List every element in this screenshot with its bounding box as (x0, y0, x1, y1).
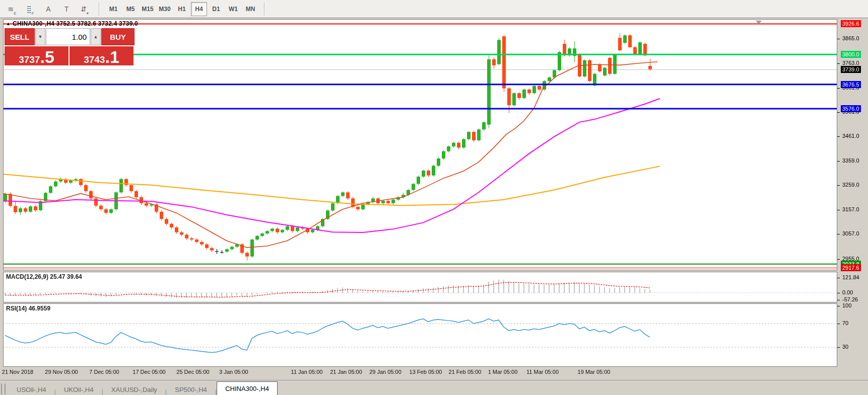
date-tick-label: 13 Feb 05:00 (410, 369, 442, 375)
rsi-tick-label: 100 (842, 302, 851, 308)
date-tick-label: 7 Dec 05:00 (89, 369, 119, 375)
date-tick-label: 29 Jan 05:00 (369, 369, 402, 375)
rsi-tick-label: 70 (842, 320, 848, 326)
sell-button[interactable]: SELL (5, 28, 35, 45)
buy-price[interactable]: 3743 .1 (70, 46, 133, 65)
trading-platform-window: ≋E⣿FAT⇵▾ M1M5M15M30H1H4D1W1MN ▲CHINA300-… (0, 0, 868, 395)
sell-price-big-digit: .5 (40, 50, 54, 64)
chart-tab-bar: USOil-,H4|UKOil-,H4|XAUUSD-,Daily|SP500-… (0, 380, 868, 395)
price-level-badge: 3926.6 (841, 20, 861, 27)
toolbar: ≋E⣿FAT⇵▾ M1M5M15M30H1H4D1W1MN (0, 0, 868, 18)
date-tick-label: 21 Feb 05:00 (449, 369, 482, 375)
macd-label: MACD(12,26,9) 25.47 39.64 (6, 273, 82, 280)
volume-increase-button[interactable]: ▲ (91, 28, 101, 45)
timeframe-button-m5[interactable]: M5 (122, 2, 139, 16)
price-level-badge: 3576.0 (841, 105, 861, 112)
timeframe-button-h1[interactable]: H1 (174, 2, 190, 16)
tabbar-grip[interactable] (1, 383, 6, 394)
buy-button[interactable]: BUY (101, 28, 135, 45)
buy-price-main: 3743 (84, 55, 105, 64)
price-tick-label: 3259.0 (842, 182, 859, 188)
chart-title: ▲CHINA300-,H4 3752.5 3782.6 3732.4 3739.… (6, 20, 138, 27)
title-arrow-icon: ▲ (6, 21, 11, 26)
text-box-icon[interactable]: T (59, 3, 74, 16)
tab-xauusd-daily[interactable]: XAUUSD-,Daily (103, 383, 165, 395)
cursor-arrows-icon[interactable]: ⇵▾ (77, 3, 92, 16)
tabs-holder: USOil-,H4|UKOil-,H4|XAUUSD-,Daily|SP500-… (9, 381, 278, 395)
timeframe-button-h4[interactable]: H4 (191, 2, 207, 16)
timeframe-button-w1[interactable]: W1 (225, 2, 241, 16)
date-tick-label: 3 Jan 05:00 (219, 369, 248, 375)
price-tick-label: 3157.0 (842, 206, 859, 212)
date-tick-label: 19 Mar 05:00 (578, 369, 611, 375)
toolbar-separator (264, 3, 265, 16)
sell-price-main: 3737 (19, 55, 40, 64)
rsi-label: RSI(14) 46.9559 (6, 305, 50, 312)
timeframe-button-d1[interactable]: D1 (208, 2, 224, 16)
date-tick-label: 1 Mar 05:00 (488, 369, 518, 375)
date-tick-label: 11 Mar 05:00 (526, 369, 559, 375)
volume-decrease-button[interactable]: ▼ (35, 28, 45, 45)
timeframe-button-mn[interactable]: MN (242, 2, 258, 16)
text-label-icon[interactable]: A (41, 3, 56, 16)
tab-sp500-h4[interactable]: SP500-,H4 (167, 383, 215, 395)
timeframe-button-m30[interactable]: M30 (157, 2, 173, 16)
rsi-tick-label: 30 (842, 344, 848, 350)
price-level-badge: 2917.6 (841, 264, 861, 271)
date-tick-label: 25 Dec 05:00 (176, 369, 209, 375)
date-tick-label: 17 Dec 05:00 (132, 369, 165, 375)
toolbar-separator (99, 3, 100, 16)
volume-input[interactable] (46, 32, 90, 42)
sell-price[interactable]: 3737 .5 (5, 46, 69, 65)
price-level-badge: 3800.0 (841, 51, 861, 58)
macd-tick-label: -57.26 (842, 296, 858, 302)
price-tick-label: 3763.0 (842, 60, 859, 66)
timeframe-group: M1M5M15M30H1H4D1W1MN (102, 0, 262, 18)
indicators-icon[interactable]: ≋E (5, 3, 20, 16)
date-tick-label: 21 Jan 05:00 (330, 369, 362, 375)
price-level-badge: 3739.0 (841, 66, 861, 73)
macd-tick-label: 121.84 (842, 274, 859, 280)
price-tick-label: 3359.0 (842, 157, 859, 164)
tab-ukoil-h4[interactable]: UKOil-,H4 (56, 383, 102, 395)
macd-tick-label: 0.00 (842, 289, 853, 295)
grid-template-icon[interactable]: ⣿F (23, 3, 38, 16)
date-tick-label: 11 Jan 05:00 (291, 369, 323, 375)
timeframe-button-m1[interactable]: M1 (105, 2, 121, 16)
price-tick-label: 3057.0 (842, 230, 859, 236)
date-tick-label: 21 Nov 2018 (2, 369, 33, 375)
tab-usoil-h4[interactable]: USOil-,H4 (9, 383, 54, 395)
one-click-trade-panel: SELL ▼ ▲ BUY 3737 .5 3743 .1 (5, 28, 133, 65)
toolbar-icon-group: ≋E⣿FAT⇵▾ (0, 0, 97, 18)
buy-price-big-digit: .1 (105, 50, 119, 64)
date-tick-label: 29 Nov 05:00 (45, 369, 78, 375)
price-tick-label: 3865.0 (842, 35, 859, 41)
price-level-badge: 3676.5 (841, 81, 861, 88)
tab-china300-h4[interactable]: CHINA300-,H4 (217, 381, 278, 395)
price-tick-label: 3461.0 (842, 133, 859, 139)
chart-title-text: CHINA300-,H4 3752.5 3782.6 3732.4 3739.0 (13, 20, 138, 27)
timeframe-button-m15[interactable]: M15 (140, 2, 156, 16)
